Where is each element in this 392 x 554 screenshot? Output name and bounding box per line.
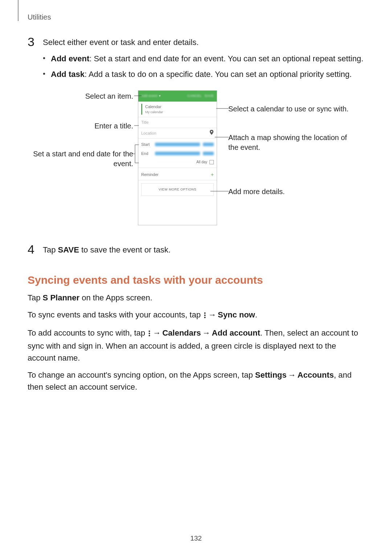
callout-more-details: Add more details. [228,187,350,197]
svg-point-6 [204,315,206,316]
end-label: End [141,151,152,157]
svg-point-5 [204,312,206,314]
header-rule [18,0,19,21]
topbar-add-event[interactable]: Add event [141,94,158,99]
bullet-label: Add event [51,54,89,63]
plus-icon[interactable]: + [211,172,214,177]
callout-dates: Set a start and end date for the event. [12,149,133,169]
reminder-label: Reminder [141,172,159,178]
bullet-add-event: Add event: Set a start and end date for … [51,53,364,65]
calendar-selector[interactable]: Calendar My calendar [138,102,217,117]
start-time-blur [203,143,214,146]
add-account-label: Add account [212,328,260,337]
more-options-icon [148,328,151,340]
sync-p1: Tap S Planner on the Apps screen. [28,292,364,304]
settings-label: Settings [255,370,287,379]
sync-now-label: Sync now [218,310,255,319]
title-placeholder: Title [141,120,148,124]
title-input[interactable]: Title [138,117,217,128]
accounts-label: Accounts [298,370,334,379]
step-number: 3 [28,36,36,48]
text: To sync events and tasks with your accou… [28,310,203,319]
location-placeholder: Location [141,131,156,135]
location-input[interactable]: Location [138,128,217,139]
svg-point-8 [149,331,150,332]
calendar-sub: My calendar [145,110,214,115]
more-options-icon [204,310,206,322]
date-block: Start End All day [138,139,217,169]
text: To change an account's syncing option, o… [28,370,255,379]
page-number: 132 [0,533,392,544]
step-body: Tap SAVE to save the event or task. [43,244,364,256]
save-label: SAVE [58,245,79,254]
view-more-options-button[interactable]: VIEW MORE OPTIONS [141,183,214,196]
bullet-add-task: Add task: Add a task to do on a specific… [51,68,364,80]
bullet-text: : Set a start and end date for an event.… [89,54,363,63]
step-4: 4 Tap SAVE to save the event or task. [28,244,364,256]
section-heading-syncing: Syncing events and tasks with your accou… [28,272,364,288]
arrow-icon: → [151,328,162,337]
bullet-label: Add task [51,70,85,79]
section-header: Utilities [28,12,51,22]
callout-attach-map: Attach a map showing the location of the… [228,133,350,152]
callout-enter-title: Enter a title. [12,121,133,131]
all-day-label: All day [196,159,207,165]
sync-p2: To sync events and tasks with your accou… [28,309,364,322]
annotated-figure: Add event ▾ CANCEL SAVE Calendar My cale… [12,90,348,237]
start-row[interactable]: Start [138,140,217,149]
start-label: Start [141,141,152,148]
arrow-icon: → [287,370,298,379]
chevron-down-icon: ▾ [159,94,161,99]
start-date-blur [155,143,200,146]
text: Tap [43,245,58,254]
step-number: 4 [28,243,36,255]
sync-p3: To add accounts to sync with, tap →Calen… [28,327,364,364]
end-time-blur [203,152,214,155]
step-body: Select either event or task and enter de… [43,36,364,84]
step-3: 3 Select either event or task and enter … [28,36,364,84]
callout-select-item: Select an item. [12,91,133,101]
text: to save the event or task. [79,245,171,254]
cancel-button[interactable]: CANCEL [187,94,202,99]
sync-p4: To change an account's syncing option, o… [28,369,364,393]
all-day-row[interactable]: All day [138,158,217,168]
calendar-label: Calendar [145,104,214,110]
calendars-label: Calendars [162,328,201,337]
bullet-text: : Add a task to do on a specific date. Y… [85,70,352,79]
phone-mock: Add event ▾ CANCEL SAVE Calendar My cale… [138,90,217,225]
page-content: 3 Select either event or task and enter … [28,36,364,398]
text: on the Apps screen. [79,293,152,302]
save-button[interactable]: SAVE [205,94,214,99]
callout-select-calendar: Select a calendar to use or sync with. [228,104,350,114]
text: . [255,310,257,319]
svg-point-10 [149,335,150,336]
svg-point-9 [149,333,150,334]
end-date-blur [155,152,200,155]
phone-topbar: Add event ▾ CANCEL SAVE [138,91,217,102]
end-row[interactable]: End [138,149,217,158]
location-pin-icon[interactable] [209,130,214,137]
text: To add accounts to sync with, tap [28,328,147,337]
s-planner-label: S Planner [43,293,79,302]
arrow-icon: → [201,328,212,337]
reminder-row[interactable]: Reminder + [138,169,217,180]
arrow-icon: → [207,310,218,319]
step-intro: Select either event or task and enter de… [43,36,364,48]
all-day-checkbox[interactable] [209,160,214,164]
svg-point-7 [204,317,206,318]
text: Tap [28,293,43,302]
